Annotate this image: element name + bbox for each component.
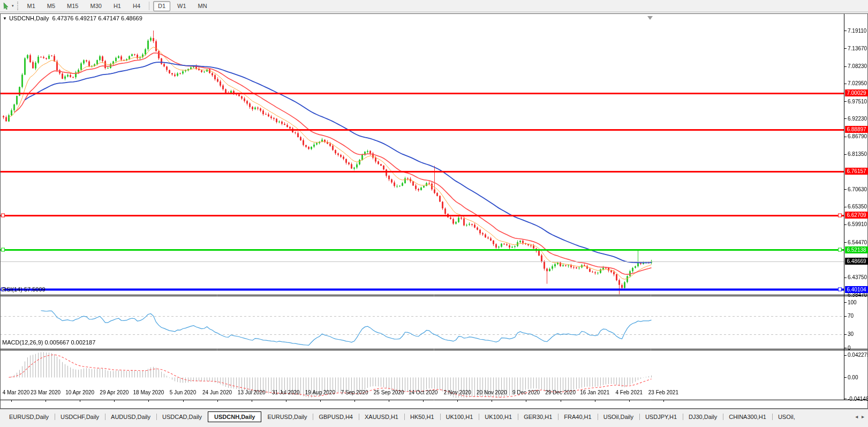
date-axis-label: 24 Jun 2020	[202, 389, 232, 395]
price-axis-tick: 6.92230	[848, 116, 867, 122]
symbol-tab[interactable]: GBPUSD,H4	[313, 411, 359, 422]
price-axis-tick: 6.81350	[848, 151, 867, 157]
price-axis-tick: 7.19110	[848, 28, 866, 34]
symbol-tab[interactable]: XAUUSD,H1	[359, 411, 404, 422]
toolbar-grip[interactable]	[17, 2, 18, 10]
timeframe-button-mn[interactable]: MN	[193, 1, 212, 11]
rsi-axis-tick: 100	[848, 299, 857, 305]
price-level-label: 6.48669	[845, 258, 868, 265]
symbol-tab[interactable]: AUDUSD,Daily	[105, 411, 156, 422]
timeframe-button-h1[interactable]: H1	[109, 1, 126, 11]
symbol-tab[interactable]: USDJPY,H1	[639, 411, 683, 422]
price-axis-tick: 6.65350	[848, 204, 867, 209]
price-axis-tick: 6.70630	[848, 186, 867, 192]
symbol-tab[interactable]: UK100,H1	[440, 411, 479, 422]
price-axis-tick: 6.59910	[848, 221, 867, 227]
date-axis-label: 23 Mar 2020	[31, 389, 61, 395]
price-level-label: 6.76157	[845, 168, 868, 175]
price-axis-tick: 7.13670	[848, 46, 867, 51]
date-axis-label: 16 Jan 2021	[580, 389, 609, 395]
timeframe-button-w1[interactable]: W1	[172, 1, 191, 11]
tabs-scroll-right-icon[interactable]: ▸	[862, 414, 864, 419]
macd-axis-tick: 0.042275	[848, 352, 868, 358]
date-axis-label: 23 Feb 2021	[648, 389, 678, 395]
date-axis-label: 2 Nov 2020	[444, 389, 471, 395]
rsi-axis-tick: 30	[848, 331, 854, 337]
tabs-strip: EURUSD,DailyUSDCHF,DailyAUDUSD,DailyUSDC…	[0, 409, 868, 422]
collapse-indicator-icon[interactable]: ▼	[3, 16, 7, 21]
chart-symbol-label: USDCNH,Daily	[9, 15, 49, 21]
timeframe-button-group: M1M5M15M30H1H4D1W1MN	[21, 1, 213, 11]
timeframe-button-m1[interactable]: M1	[22, 1, 40, 11]
price-axis-tick: 6.97510	[848, 99, 867, 104]
timeframe-button-d1[interactable]: D1	[153, 1, 170, 11]
tabs-scroll-left-icon[interactable]: ◂	[855, 414, 858, 419]
date-axis-label: 4 Feb 2021	[615, 389, 643, 395]
date-axis-label: 14 Oct 2020	[409, 389, 437, 395]
price-axis-tick: 7.02950	[848, 80, 867, 86]
date-axis-label: 10 Apr 2020	[65, 389, 94, 395]
price-level-label: 6.40104	[845, 286, 868, 293]
price-level-label: 6.88897	[845, 126, 868, 133]
trading-platform-window: ▾ M1M5M15M30H1H4D1W1MN ▼USDCNH,Daily 6.4…	[0, 0, 868, 427]
macd-axis-tick: -0.04148	[848, 396, 868, 402]
symbol-tab[interactable]: USOil,Daily	[598, 411, 639, 422]
timeframe-button-m15[interactable]: M15	[62, 1, 83, 11]
symbol-tab[interactable]: GER30,H1	[518, 411, 558, 422]
price-axis-tick: 6.86790	[848, 133, 867, 139]
toolbar-separator	[149, 2, 149, 10]
timeframe-button-m30[interactable]: M30	[85, 1, 106, 11]
date-axis-label: 9 Dec 2020	[512, 389, 540, 395]
date-axis-label: 18 May 2020	[133, 389, 164, 395]
date-axis-label: 13 Jul 2020	[238, 389, 266, 395]
symbol-tab[interactable]: CHINA300,H1	[723, 411, 772, 422]
price-chart-canvas[interactable]	[0, 12, 868, 409]
symbol-tab[interactable]: UK100,H1	[479, 411, 518, 422]
price-level-label: 6.62709	[845, 212, 868, 219]
symbol-tab[interactable]: FRA40,H1	[558, 411, 597, 422]
symbol-tab[interactable]: USOil,	[772, 411, 801, 422]
symbol-tab[interactable]: HK50,H1	[404, 411, 440, 422]
symbol-tab[interactable]: USDCAD,Daily	[156, 411, 208, 422]
date-axis-label: 7 Sep 2020	[341, 389, 368, 395]
date-axis-label: 4 Mar 2020	[3, 389, 30, 395]
symbol-tab[interactable]: USDCHF,Daily	[55, 411, 105, 422]
rsi-axis-tick: 70	[848, 313, 854, 319]
chevron-down-icon[interactable]: ▾	[12, 4, 14, 8]
date-axis-label: 31 Jul 2020	[272, 389, 300, 395]
date-axis-label: 19 Aug 2020	[305, 389, 335, 395]
macd-indicator-label: MACD(12,26,9) 0.005667 0.002187	[2, 339, 95, 346]
symbol-tab-active[interactable]: USDCNH,Daily	[208, 411, 261, 422]
chart-title: ▼USDCNH,Daily 6.47376 6.49217 6.47147 6.…	[3, 15, 142, 21]
date-axis-label: 25 Sep 2020	[374, 389, 404, 395]
rsi-axis-tick: 0	[848, 345, 851, 351]
macd-axis-tick: 0.00	[848, 374, 858, 380]
price-axis-tick: 6.54470	[848, 239, 867, 245]
tab-scroll-arrows: ◂ ▸	[852, 414, 867, 419]
price-level-label: 6.52138	[845, 246, 868, 253]
chart-ohlc-values: 6.47376 6.49217 6.47147 6.48669	[52, 15, 142, 21]
date-axis-label: 29 Dec 2020	[545, 389, 576, 395]
date-axis-label: 29 Apr 2020	[100, 389, 129, 395]
timeframe-button-h4[interactable]: H4	[128, 1, 145, 11]
cursor-arrow-icon	[3, 2, 10, 10]
chart-tool-icon[interactable]	[2, 1, 11, 11]
symbol-tab[interactable]: DJ30,Daily	[683, 411, 723, 422]
price-level-label: 7.00029	[845, 89, 868, 96]
symbol-tab[interactable]: EURUSD,Daily	[261, 411, 313, 422]
price-axis-tick: 6.43750	[848, 274, 867, 280]
rsi-indicator-label: RSI(14) 57.5009	[2, 286, 46, 293]
chart-window: ▼USDCNH,Daily 6.47376 6.49217 6.47147 6.…	[0, 12, 868, 409]
symbol-tab[interactable]: EURUSD,Daily	[3, 411, 55, 422]
symbol-tab-bar: EURUSD,DailyUSDCHF,DailyAUDUSD,DailyUSDC…	[0, 409, 868, 427]
price-axis-tick: 7.08230	[848, 63, 867, 69]
toolbar: ▾ M1M5M15M30H1H4D1W1MN	[0, 0, 868, 12]
timeframe-button-m5[interactable]: M5	[42, 1, 60, 11]
date-axis-label: 5 Jun 2020	[170, 389, 197, 395]
date-axis-label: 20 Nov 2020	[477, 389, 507, 395]
